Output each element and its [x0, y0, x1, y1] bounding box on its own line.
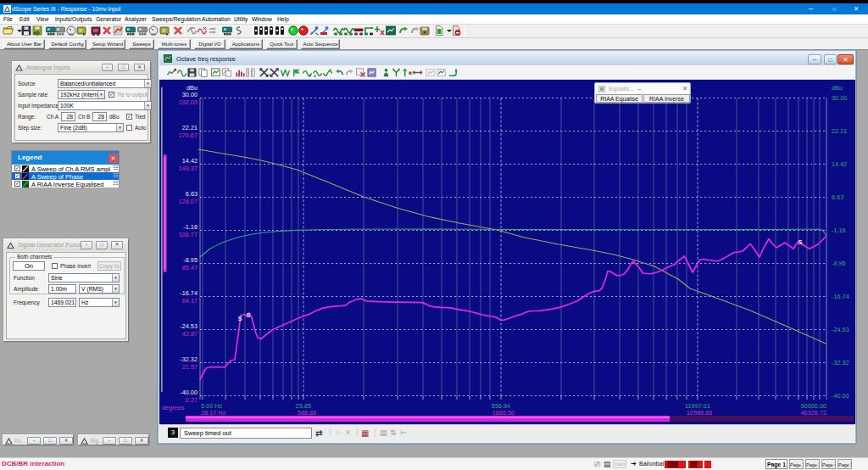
- svg-text:-1.16: -1.16: [832, 227, 846, 234]
- svg-text:588.88: 588.88: [298, 409, 316, 417]
- svg-text:128.07: 128.07: [179, 198, 198, 205]
- svg-text:28.17 Hz: 28.17 Hz: [201, 409, 226, 417]
- svg-text:-24.53: -24.53: [832, 326, 849, 333]
- svg-text:22.21: 22.21: [832, 127, 847, 135]
- svg-text:S: S: [798, 239, 803, 245]
- svg-text:dBu: dBu: [832, 84, 843, 92]
- svg-text:14.42: 14.42: [832, 160, 847, 168]
- svg-text:6.63: 6.63: [832, 193, 843, 201]
- svg-text:-8.95: -8.95: [183, 256, 198, 264]
- svg-text:106.77: 106.77: [179, 231, 198, 238]
- svg-text:S: S: [247, 312, 251, 318]
- svg-text:10988.86: 10988.86: [687, 409, 712, 417]
- svg-text:-24.53: -24.53: [180, 322, 198, 330]
- svg-text:30.00: 30.00: [182, 91, 198, 98]
- svg-text:0.27: 0.27: [186, 396, 198, 404]
- svg-text:-40.00: -40.00: [180, 389, 198, 396]
- svg-text:-1.16: -1.16: [183, 223, 198, 231]
- svg-text:22.21: 22.21: [182, 124, 198, 131]
- svg-text:degrees: degrees: [162, 404, 185, 411]
- svg-text:149.37: 149.37: [179, 165, 198, 172]
- svg-text:-40.00: -40.00: [832, 392, 849, 400]
- svg-text:1665.50: 1665.50: [492, 409, 515, 417]
- svg-text:64.17: 64.17: [182, 297, 198, 305]
- svg-text:170.67: 170.67: [179, 131, 198, 139]
- svg-text:-32.32: -32.32: [832, 359, 849, 366]
- svg-text:-32.32: -32.32: [180, 355, 198, 363]
- svg-text:85.47: 85.47: [182, 264, 198, 271]
- svg-text:21.57: 21.57: [182, 363, 198, 371]
- svg-text:14.42: 14.42: [182, 157, 198, 165]
- svg-text:192.00: 192.00: [179, 98, 198, 106]
- svg-text:S: S: [238, 316, 242, 322]
- svg-text:42.87: 42.87: [182, 330, 198, 338]
- svg-text:-16.74: -16.74: [180, 289, 198, 297]
- svg-text:30.00: 30.00: [832, 94, 847, 102]
- svg-text:46326.72: 46326.72: [801, 409, 826, 417]
- svg-text:6.63: 6.63: [186, 190, 198, 198]
- svg-text:-16.74: -16.74: [832, 293, 849, 300]
- svg-text:-8.95: -8.95: [832, 260, 846, 267]
